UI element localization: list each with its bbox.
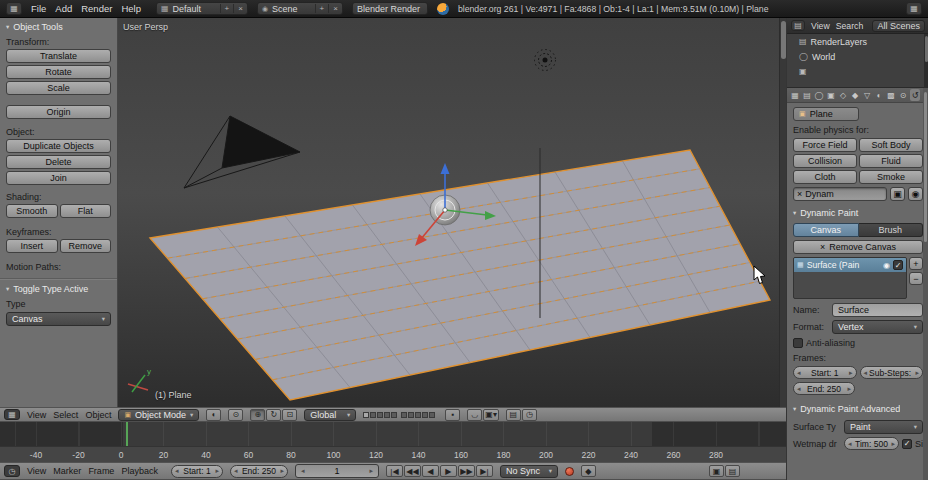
timeline-ruler[interactable]: -40 -20 0 20 40 60 80 100 120 140 160 18… <box>0 446 786 462</box>
viewport-shading-dropdown[interactable]: ◐ <box>206 409 221 421</box>
tab-data-icon[interactable]: ◐ <box>874 89 884 101</box>
jump-to-start-button[interactable]: |◀ <box>386 465 403 477</box>
jump-to-end-button[interactable]: ▶| <box>476 465 493 477</box>
stepper-right-icon[interactable]: ▸ <box>280 467 284 475</box>
editor-type-icon[interactable]: ▦ <box>6 2 22 15</box>
menu-object[interactable]: Object <box>85 410 111 420</box>
stepper-right-icon[interactable]: ▸ <box>915 369 919 377</box>
outliner-item-world[interactable]: ◯ World <box>787 49 928 64</box>
stepper-right-icon[interactable]: ▸ <box>369 467 373 475</box>
flat-button[interactable]: Flat <box>60 204 112 218</box>
dynamic-paint-panel-header[interactable]: ▾ Dynamic Paint <box>793 208 923 218</box>
layer-7-toggle[interactable] <box>408 412 414 418</box>
render-opengl-anim-button[interactable]: ◷ <box>522 409 537 421</box>
layer-3-toggle[interactable] <box>377 412 383 418</box>
surface-enable-checkbox[interactable]: ✓ <box>893 260 903 270</box>
eye-icon[interactable]: ◉ <box>883 261 890 270</box>
snap-mode-dropdown[interactable]: ▣▾ <box>483 409 499 421</box>
close-scene-icon[interactable]: × <box>328 4 338 13</box>
dynamic-paint-toggle-button[interactable]: × Dynam <box>793 187 887 201</box>
collision-button[interactable]: Collision <box>793 154 857 168</box>
surface-type-dropdown[interactable]: Paint ▾ <box>844 420 923 434</box>
layer-6-toggle[interactable] <box>401 412 407 418</box>
origin-button[interactable]: Origin <box>6 105 111 119</box>
add-surface-button[interactable]: + <box>909 257 923 270</box>
close-screen-icon[interactable]: × <box>233 4 243 13</box>
stepper-right-icon[interactable]: ▸ <box>215 467 219 475</box>
outliner-editor-icon[interactable]: ▤ <box>791 20 805 31</box>
tab-constraints-icon[interactable]: ◆ <box>850 89 860 101</box>
menu-marker[interactable]: Marker <box>53 466 81 476</box>
layer-2-toggle[interactable] <box>370 412 376 418</box>
scale-button[interactable]: Scale <box>6 81 111 95</box>
outliner-item-renderlayers[interactable]: ▤ RenderLayers <box>787 34 928 49</box>
duplicate-objects-button[interactable]: Duplicate Objects <box>6 139 111 153</box>
menu-search[interactable]: Search <box>836 21 864 31</box>
properties-scrollbar[interactable] <box>923 88 928 480</box>
screen-layout-selector[interactable]: ▦ Default + × <box>156 2 248 15</box>
smooth-button[interactable]: Smooth <box>6 204 58 218</box>
layer-5-toggle[interactable] <box>391 412 397 418</box>
stepper-right-icon[interactable]: ▸ <box>891 440 895 448</box>
menu-playback[interactable]: Playback <box>121 466 158 476</box>
layer-10-toggle[interactable] <box>429 412 435 418</box>
join-button[interactable]: Join <box>6 171 111 185</box>
stepper-left-icon[interactable]: ◂ <box>797 369 801 377</box>
render-opengl-button[interactable]: ▤ <box>506 409 521 421</box>
wetmap-stepper[interactable]: ◂ Tim: 500 ▸ <box>844 437 899 450</box>
tab-render-icon[interactable]: ▦ <box>790 89 800 101</box>
play-button[interactable]: ▶ <box>440 465 457 477</box>
stepper-left-icon[interactable]: ◂ <box>864 369 868 377</box>
lock-to-scene-toggle[interactable]: ▪ <box>445 409 460 421</box>
physics-extra-icon[interactable]: ▣ <box>890 187 905 201</box>
translate-button[interactable]: Translate <box>6 49 111 63</box>
layer-4-toggle[interactable] <box>384 412 390 418</box>
format-dropdown[interactable]: Vertex ▾ <box>832 320 923 334</box>
menu-file[interactable]: File <box>31 3 46 14</box>
orientation-dropdown[interactable]: Global ▾ <box>304 409 356 421</box>
remove-keyframe-button[interactable]: Remove <box>60 239 112 253</box>
menu-view[interactable]: View <box>27 466 46 476</box>
pivot-point-dropdown[interactable]: ⊙ <box>228 409 243 421</box>
soft-body-button[interactable]: Soft Body <box>859 138 923 152</box>
tab-render-layers-icon[interactable]: ▤ <box>802 89 812 101</box>
window-type-icon[interactable]: ▦ <box>906 2 922 15</box>
next-keyframe-button[interactable]: ▶▶ <box>458 465 475 477</box>
tab-scene-icon[interactable]: ◯ <box>814 89 824 101</box>
3d-viewport[interactable]: y User Persp (1) Plane <box>118 18 779 407</box>
stepper-right-icon[interactable]: ▸ <box>849 369 853 377</box>
name-input[interactable]: Surface <box>832 303 923 317</box>
dynamic-paint-advanced-panel-header[interactable]: ▾ Dynamic Paint Advanced <box>793 404 923 414</box>
object-tools-panel-header[interactable]: ▾ Object Tools <box>6 22 111 32</box>
menu-add[interactable]: Add <box>55 3 72 14</box>
frames-start-stepper[interactable]: ◂ Start: 1 ▸ <box>793 366 857 379</box>
brush-tab[interactable]: Brush <box>859 223 924 237</box>
cloth-button[interactable]: Cloth <box>793 170 857 184</box>
editor-type-icon[interactable]: ▦ <box>4 409 20 420</box>
mode-dropdown[interactable]: ▣ Object Mode ▾ <box>118 409 199 421</box>
outliner-display-dropdown[interactable]: All Scenes <box>872 20 925 32</box>
type-dropdown[interactable]: Canvas ▾ <box>6 312 111 326</box>
add-scene-icon[interactable]: + <box>315 4 325 13</box>
manipulator-translate-toggle[interactable]: ⊕ <box>250 409 265 421</box>
keying-options-icon[interactable]: ▤ <box>725 465 740 477</box>
stepper-left-icon[interactable]: ◂ <box>848 440 852 448</box>
menu-frame[interactable]: Frame <box>88 466 114 476</box>
manipulator-rotate-toggle[interactable]: ↻ <box>266 409 281 421</box>
keying-set-icon[interactable]: ◆ <box>581 465 596 477</box>
smoke-button[interactable]: Smoke <box>859 170 923 184</box>
timeline-editor-icon[interactable]: ◷ <box>4 465 20 477</box>
fluid-button[interactable]: Fluid <box>859 154 923 168</box>
substeps-stepper[interactable]: ◂ Sub-Steps: 0 ▸ <box>860 366 924 379</box>
insert-keyframe-button[interactable]: Insert <box>6 239 58 253</box>
breadcrumb[interactable]: ▣ Plane <box>793 107 859 121</box>
current-frame-field[interactable]: ◂ 1 ▸ <box>295 464 379 478</box>
layer-9-toggle[interactable] <box>422 412 428 418</box>
surface-list[interactable]: ▦ Surface (Pain ◉ ✓ <box>793 257 907 299</box>
stepper-left-icon[interactable]: ◂ <box>301 467 305 475</box>
antialiasing-checkbox[interactable] <box>793 338 803 348</box>
force-field-button[interactable]: Force Field <box>793 138 857 152</box>
current-frame-cursor[interactable] <box>126 422 128 446</box>
tab-physics-icon[interactable]: ↺ <box>910 89 920 101</box>
stepper-left-icon[interactable]: ◂ <box>175 467 179 475</box>
